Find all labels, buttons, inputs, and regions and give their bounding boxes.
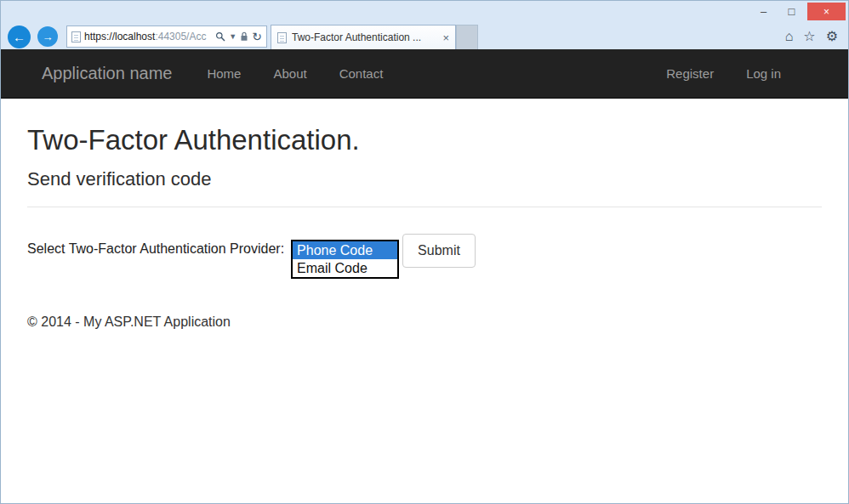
- nav-link-home[interactable]: Home: [191, 66, 257, 81]
- nav-link-contact[interactable]: Contact: [323, 66, 400, 81]
- url-host: https://localhost: [84, 31, 155, 42]
- select-option-email-code[interactable]: Email Code: [293, 259, 397, 277]
- url-path: :44305/Acc: [155, 31, 206, 42]
- back-button[interactable]: ←: [8, 25, 31, 48]
- tab-document-icon: [277, 32, 287, 43]
- page-viewport: Application name Home About Contact Regi…: [1, 49, 848, 504]
- provider-select-dropdown[interactable]: Phone Code Email Code: [291, 240, 399, 279]
- address-bar[interactable]: https://localhost:44305/Acc ▼ ↻: [66, 25, 267, 48]
- close-button[interactable]: ×: [807, 3, 846, 20]
- browser-tab[interactable]: Two-Factor Authentication ... ×: [271, 25, 456, 49]
- navbar-brand[interactable]: Application name: [42, 64, 172, 83]
- browser-window: – □ × ← → https://localhost:44305/Acc ▼: [0, 0, 849, 504]
- url-text[interactable]: https://localhost:44305/Acc: [84, 31, 212, 42]
- browser-chrome: – □ × ← → https://localhost:44305/Acc ▼: [1, 1, 848, 49]
- minimize-button[interactable]: –: [751, 3, 776, 20]
- tab-close-icon[interactable]: ×: [442, 32, 449, 43]
- navbar-right: Register Log in: [650, 66, 797, 81]
- maximize-button[interactable]: □: [779, 3, 804, 20]
- provider-label: Select Two-Factor Authentication Provide…: [27, 234, 284, 257]
- search-icon[interactable]: [215, 31, 225, 42]
- submit-button[interactable]: Submit: [402, 234, 476, 268]
- page-title: Two-Factor Authentication.: [27, 124, 822, 156]
- favorites-star-icon[interactable]: ☆: [803, 30, 815, 43]
- tab-title: Two-Factor Authentication ...: [292, 31, 437, 43]
- footer-copyright: © 2014 - My ASP.NET Application: [27, 314, 822, 330]
- forward-button[interactable]: →: [37, 26, 58, 47]
- lock-icon: [240, 31, 248, 42]
- home-icon[interactable]: ⌂: [785, 30, 794, 43]
- back-arrow-icon: ←: [13, 30, 26, 44]
- page-subtitle: Send verification code: [27, 168, 822, 190]
- chevron-down-icon[interactable]: ▼: [229, 32, 236, 41]
- page-document-icon: [71, 31, 81, 42]
- select-option-phone-code[interactable]: Phone Code: [293, 241, 397, 259]
- nav-link-about[interactable]: About: [257, 66, 322, 81]
- settings-gear-icon[interactable]: ⚙: [826, 30, 838, 43]
- titlebar[interactable]: – □ ×: [1, 1, 848, 24]
- new-tab-button[interactable]: [456, 25, 478, 49]
- forward-arrow-icon: →: [43, 31, 54, 43]
- site-navbar: Application name Home About Contact Regi…: [1, 49, 848, 99]
- nav-link-login[interactable]: Log in: [730, 66, 797, 81]
- provider-form: Select Two-Factor Authentication Provide…: [27, 234, 822, 279]
- divider: [27, 207, 822, 207]
- nav-link-register[interactable]: Register: [650, 66, 730, 81]
- window-controls: – □ ×: [751, 3, 846, 20]
- refresh-icon[interactable]: ↻: [252, 31, 262, 42]
- content-container: Two-Factor Authentication. Send verifica…: [1, 124, 848, 330]
- navigation-bar: ← → https://localhost:44305/Acc ▼ ↻: [1, 24, 848, 49]
- browser-toolbar-icons: ⌂ ☆ ⚙: [785, 30, 841, 43]
